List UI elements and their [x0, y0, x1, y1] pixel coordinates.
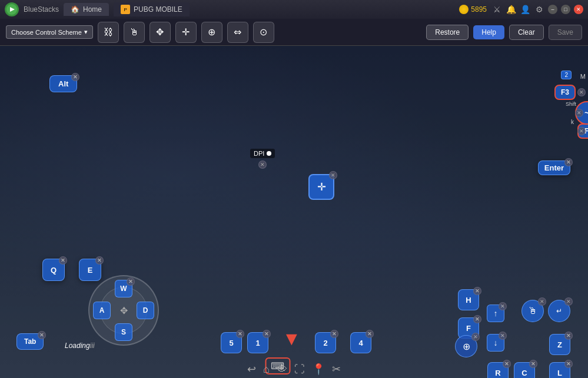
f2-group: F2 ✕ [577, 127, 586, 135]
num5-key[interactable]: 5 ✕ [221, 332, 242, 353]
mouse-left-btn[interactable]: 🖱 ✕ [521, 300, 544, 322]
bluestacks-logo [5, 2, 19, 16]
tilde-close[interactable]: ✕ [575, 109, 583, 117]
tab-home-label: Home [83, 5, 102, 14]
toolbar: Choose Control Scheme ▾ ⛓ 🖱 ✥ ✛ ⊕ ⇔ ⊙ Re… [0, 19, 588, 46]
bottom-bar-icons: ↩ ⌂ 👁 ⛶ 📍 ✂ [0, 363, 588, 376]
title-bar: BlueStacks 🏠 Home P PUBG MOBILE 5895 ⚔ 🔔… [0, 0, 588, 19]
num4-key[interactable]: 4 ✕ [350, 332, 371, 353]
f2-close[interactable]: ✕ [577, 127, 586, 135]
link-icon-btn[interactable]: ⛓ [98, 22, 119, 43]
scheme-label: Choose Control Scheme [11, 29, 82, 36]
move-icon-btn[interactable]: ✛ [175, 22, 197, 43]
dpi-dot [267, 151, 271, 156]
home-bottom-icon[interactable]: ⌂ [263, 363, 270, 376]
z-key[interactable]: Z ✕ [549, 334, 570, 355]
center-close[interactable]: ✕ [329, 171, 337, 179]
fullscreen-icon[interactable]: ⛶ [294, 363, 305, 376]
scheme-selector[interactable]: Choose Control Scheme ▾ [6, 25, 93, 39]
bell-icon[interactable]: 🔔 [506, 4, 516, 15]
mouse-left-icon: 🖱 [528, 306, 537, 316]
shift-label: Shift [566, 101, 576, 107]
popup-2: 2 [561, 71, 572, 79]
mouse-right-close[interactable]: ✕ [564, 297, 573, 306]
h-key[interactable]: H ✕ [458, 289, 479, 310]
tab-pubg[interactable]: P PUBG MOBILE [114, 2, 190, 16]
s-key[interactable]: S [115, 323, 132, 341]
tab-home[interactable]: 🏠 Home [64, 3, 109, 16]
save-button[interactable]: Save [549, 25, 582, 40]
down-arrow-key[interactable]: ↓ ✕ [487, 334, 504, 352]
f-close[interactable]: ✕ [473, 315, 481, 323]
f3-key[interactable]: F3 [554, 85, 576, 100]
eye-icon[interactable]: 👁 [277, 363, 287, 376]
k-label: k [571, 119, 574, 125]
down-close[interactable]: ✕ [499, 332, 507, 340]
tab-key[interactable]: Tab ✕ [16, 333, 44, 350]
person-icon[interactable]: 👤 [520, 4, 530, 15]
e-key-close[interactable]: ✕ [95, 256, 104, 265]
center-move-key[interactable]: ✛ ✕ [308, 174, 334, 200]
num2-close[interactable]: ✕ [330, 330, 338, 338]
f3-close[interactable]: ✕ [577, 88, 586, 96]
coins-display: 5895 [459, 5, 487, 14]
q-key[interactable]: Q ✕ [42, 259, 65, 281]
up-arrow-key[interactable]: ↑ ✕ [487, 305, 504, 322]
wasd-center-icon: ✥ [120, 305, 128, 316]
tab-pubg-label: PUBG MOBILE [134, 5, 182, 14]
loading-text: Loadingiii [65, 342, 95, 350]
enter-close[interactable]: ✕ [564, 158, 573, 166]
w-key[interactable]: W ✕ [115, 280, 132, 297]
dpi-close[interactable]: ✕ [258, 160, 267, 169]
restore-button[interactable]: Restore [426, 25, 469, 40]
dpi-panel: DPI ✕ [250, 149, 275, 169]
mouse-right-btn[interactable]: ↵ ✕ [548, 300, 570, 322]
minimize-button[interactable]: – [548, 5, 557, 14]
game-area: Alt ✕ Q ✕ E ✕ ✥ W ✕ A [0, 46, 588, 378]
alt-key[interactable]: Alt ✕ [49, 75, 77, 92]
coin-amount: 5895 [471, 5, 487, 14]
a-key[interactable]: A [93, 302, 111, 319]
z-close[interactable]: ✕ [564, 332, 573, 340]
dpi-x[interactable]: ✕ [258, 160, 267, 169]
back-icon[interactable]: ↩ [247, 363, 256, 376]
crosshair-close[interactable]: ✕ [471, 333, 480, 341]
swap-icon-btn[interactable]: ⇔ [227, 22, 248, 43]
wasd-cluster: ✥ W ✕ A S D [88, 275, 159, 346]
scissors-icon[interactable]: ✂ [332, 363, 341, 376]
aim-icon-btn[interactable]: ⊕ [201, 22, 222, 43]
num1-key[interactable]: 1 ✕ [247, 332, 268, 353]
loading-dots: iii [90, 342, 95, 350]
close-button[interactable]: ✕ [574, 5, 583, 14]
mouse-left-close[interactable]: ✕ [538, 297, 546, 306]
home-icon: 🏠 [71, 5, 79, 14]
h-close[interactable]: ✕ [473, 287, 481, 295]
scheme-arrow-icon: ▾ [84, 28, 88, 36]
w-key-close[interactable]: ✕ [127, 277, 135, 286]
up-close[interactable]: ✕ [499, 302, 507, 310]
sword-icon[interactable]: ⚔ [491, 4, 502, 15]
wasd-ring-outer: ✥ W ✕ A S D [88, 275, 159, 346]
mouse-icon-btn[interactable]: 🖱 [124, 22, 145, 43]
crosshair-key[interactable]: ⊕ ✕ [455, 335, 477, 357]
help-button[interactable]: Help [473, 25, 504, 39]
circle-icon-btn[interactable]: ⊙ [253, 22, 274, 43]
crosshair-icon: ⊕ [463, 341, 470, 352]
enter-key[interactable]: Enter ✕ [538, 160, 570, 175]
q-key-close[interactable]: ✕ [59, 256, 67, 265]
cross-icon-btn[interactable]: ✥ [150, 22, 171, 43]
num4-close[interactable]: ✕ [366, 330, 374, 338]
red-arrow-indicator: ▼ [283, 328, 301, 350]
d-key[interactable]: D [137, 302, 154, 319]
num2-key[interactable]: 2 ✕ [315, 332, 336, 353]
maximize-button[interactable]: □ [561, 5, 570, 14]
clear-button[interactable]: Clear [509, 25, 544, 40]
mouse-right-icon: ↵ [556, 307, 562, 315]
num5-close[interactable]: ✕ [236, 330, 244, 338]
title-icons: ⚔ 🔔 👤 ⚙ – □ ✕ [491, 4, 583, 15]
settings-icon[interactable]: ⚙ [534, 4, 544, 15]
num1-close[interactable]: ✕ [263, 330, 271, 338]
location-icon[interactable]: 📍 [312, 363, 325, 376]
dpi-label: DPI [250, 149, 275, 158]
fkey-panel: 2 M F3 ✕ Shift ~ ✕ k [552, 71, 588, 138]
